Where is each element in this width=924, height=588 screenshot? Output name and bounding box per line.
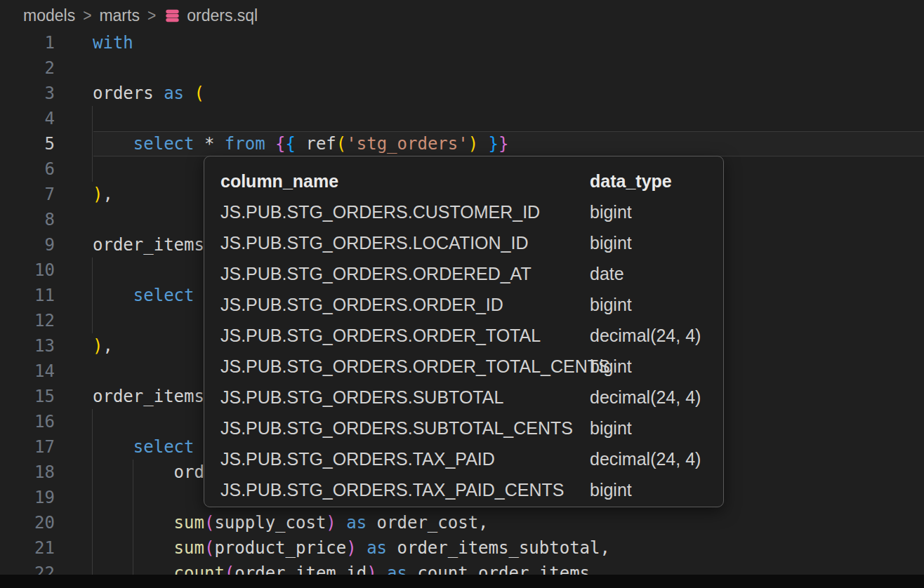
code-token: sum [174, 538, 204, 558]
popup-header-column-name: column_name [220, 166, 590, 196]
code-token: ) [346, 538, 356, 558]
code-token: ( [336, 134, 346, 154]
line-number: 5 [0, 131, 55, 156]
code-token: from [225, 134, 265, 154]
popup-cell-data-type: decimal(24, 4) [590, 443, 701, 474]
code-line-4[interactable] [93, 106, 924, 131]
line-number: 12 [0, 308, 55, 333]
popup-cell-column-name: JS.PUB.STG_ORDERS.TAX_PAID_CENTS [220, 474, 590, 505]
code-token [357, 538, 367, 558]
code-line-21[interactable]: sum(product_price) as order_items_subtot… [93, 535, 924, 561]
code-token: ( [204, 513, 214, 533]
popup-cell-data-type: bigint [590, 196, 632, 227]
indent-guide [92, 535, 93, 561]
indent-guide [92, 460, 93, 485]
code-token [478, 134, 488, 154]
line-number: 9 [0, 232, 55, 258]
code-token [184, 83, 194, 103]
popup-cell-column-name: JS.PUB.STG_ORDERS.CUSTOMER_ID [220, 196, 590, 227]
breadcrumb-item-models[interactable]: models [23, 6, 75, 25]
popup-cell-column-name: JS.PUB.STG_ORDERS.ORDERED_AT [220, 258, 590, 289]
code-token: order_items [93, 235, 204, 255]
code-token: ( [204, 538, 214, 558]
indent-guide [92, 308, 93, 333]
breadcrumb-item-marts[interactable]: marts [99, 6, 140, 25]
breadcrumb-item-file[interactable]: orders.sql [164, 6, 258, 25]
code-token: ) [326, 513, 336, 533]
indent-guide [92, 510, 93, 535]
line-number: 4 [0, 106, 55, 131]
code-token: { [286, 134, 296, 154]
code-token [336, 513, 346, 533]
code-token: select [133, 134, 194, 154]
breadcrumb-file-name: orders.sql [187, 6, 258, 25]
popup-row: JS.PUB.STG_ORDERS.ORDER_IDbigint [220, 289, 723, 320]
line-number: 14 [0, 359, 55, 384]
indent-guide [92, 434, 93, 460]
code-token: 'stg_orders' [346, 134, 468, 154]
code-token [296, 134, 305, 154]
database-icon [164, 7, 181, 25]
popup-cell-data-type: bigint [590, 351, 632, 382]
indent-guide [92, 131, 93, 156]
code-token: product_price [214, 538, 346, 558]
breadcrumb-separator-icon: > [147, 6, 156, 25]
popup-row: JS.PUB.STG_ORDERS.LOCATION_IDbigint [220, 227, 723, 258]
popup-header-data-type: data_type [590, 166, 672, 196]
popup-cell-data-type: decimal(24, 4) [590, 320, 701, 351]
code-token: with [93, 33, 133, 53]
line-number: 11 [0, 283, 55, 308]
popup-row: JS.PUB.STG_ORDERS.ORDERED_ATdate [220, 258, 723, 289]
popup-cell-data-type: bigint [590, 289, 632, 320]
code-token: sum [174, 513, 204, 533]
code-token: ) [468, 134, 478, 154]
code-token: , [103, 185, 112, 204]
indent-guide [133, 510, 133, 535]
code-token: select [133, 437, 194, 457]
popup-row: JS.PUB.STG_ORDERS.SUBTOTALdecimal(24, 4) [220, 382, 723, 413]
code-token: ref [305, 134, 336, 154]
popup-cell-column-name: JS.PUB.STG_ORDERS.ORDER_TOTAL [220, 320, 590, 351]
popup-cell-data-type: bigint [590, 227, 632, 258]
line-number: 18 [0, 460, 55, 485]
line-number: 15 [0, 384, 55, 409]
popup-cell-column-name: JS.PUB.STG_ORDERS.SUBTOTAL_CENTS [220, 413, 590, 443]
code-token [93, 437, 133, 457]
code-token: order_items_subtotal, [387, 538, 610, 558]
code-line-2[interactable] [93, 55, 924, 81]
code-token: * [204, 134, 214, 154]
breadcrumb: models > marts > orders.sql [23, 0, 258, 31]
line-number: 16 [0, 409, 55, 434]
popup-cell-data-type: date [590, 258, 624, 289]
code-line-5[interactable]: select * from {{ ref('stg_orders') }} [93, 131, 924, 156]
popup-cell-column-name: JS.PUB.STG_ORDERS.ORDER_TOTAL_CENTS [220, 351, 590, 382]
code-token: order_cost, [367, 513, 488, 533]
popup-cell-data-type: decimal(24, 4) [590, 382, 701, 413]
code-token: } [499, 134, 508, 154]
code-token [194, 134, 204, 154]
column-metadata-popup: column_namedata_typeJS.PUB.STG_ORDERS.CU… [204, 156, 724, 507]
code-line-20[interactable]: sum(supply_cost) as order_cost, [93, 510, 924, 535]
indent-guide [92, 258, 93, 283]
code-token [93, 286, 133, 305]
indent-guide [133, 535, 133, 561]
breadcrumb-separator-icon: > [83, 6, 91, 25]
code-line-3[interactable]: orders as ( [93, 81, 924, 106]
popup-row: JS.PUB.STG_ORDERS.CUSTOMER_IDbigint [220, 196, 723, 227]
code-token [265, 134, 275, 154]
line-number: 1 [0, 30, 55, 55]
indent-guide [92, 283, 93, 308]
line-number: 8 [0, 207, 55, 232]
code-token: ) [93, 336, 103, 356]
line-number: 21 [0, 535, 55, 561]
popup-row: JS.PUB.STG_ORDERS.TAX_PAIDdecimal(24, 4) [220, 443, 723, 474]
code-token: , [103, 336, 112, 356]
line-number: 3 [0, 81, 55, 106]
code-token: ) [93, 185, 103, 204]
code-token: order_items [93, 387, 204, 406]
line-number: 20 [0, 510, 55, 535]
code-token: as [164, 83, 184, 103]
code-line-1[interactable]: with [93, 30, 924, 55]
line-number: 6 [0, 156, 55, 182]
popup-row: JS.PUB.STG_ORDERS.SUBTOTAL_CENTSbigint [220, 413, 723, 443]
